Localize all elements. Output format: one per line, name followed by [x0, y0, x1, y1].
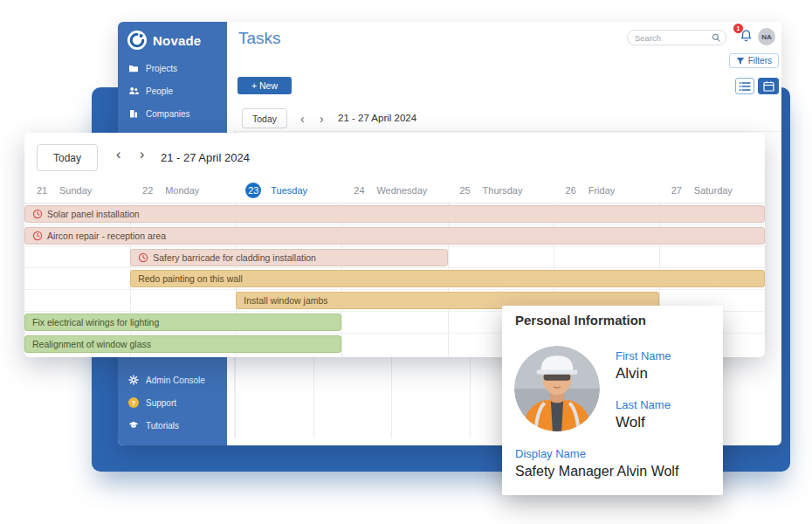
- sidebar-item-label: Companies: [146, 109, 190, 119]
- last-name-label: Last Name: [616, 398, 671, 411]
- people-icon: [128, 86, 139, 96]
- filters-label: Filters: [748, 56, 772, 66]
- search-icon: [712, 33, 721, 43]
- day-number: 27: [669, 183, 685, 198]
- search-input[interactable]: [635, 31, 712, 45]
- task-row: Solar panel installation: [24, 203, 765, 225]
- list-view-toggle[interactable]: [735, 78, 754, 94]
- novade-logo-icon: [127, 31, 147, 50]
- search-box: [627, 30, 726, 45]
- list-icon: [739, 81, 751, 92]
- page-title: Tasks: [238, 29, 281, 48]
- day-name: Sunday: [59, 185, 92, 196]
- day-name: Monday: [165, 185, 199, 196]
- sidebar-footer: Admin Console ? Support Tutorials: [118, 369, 227, 437]
- sidebar-item-companies[interactable]: Companies: [118, 102, 227, 125]
- day-name: Friday: [588, 185, 616, 196]
- brand-name: Novade: [153, 33, 201, 48]
- sidebar-item-projects[interactable]: Projects: [118, 57, 227, 79]
- new-task-button[interactable]: + New: [237, 77, 292, 94]
- task-row: Aircon repair - reception area: [24, 225, 765, 247]
- task-label: Solar panel installation: [47, 209, 140, 219]
- filter-icon: [736, 57, 745, 66]
- task-bar[interactable]: Aircon repair - reception area: [24, 227, 765, 245]
- task-bar[interactable]: Realignment of window glass: [24, 335, 341, 353]
- task-label: Redo painting on this wall: [138, 273, 243, 284]
- first-name-label: First Name: [616, 349, 671, 362]
- first-name-value: Alvin: [616, 365, 648, 383]
- day-header-saturday: 27 Saturday: [659, 178, 765, 203]
- day-header-row: 21 Sunday 22 Monday 23 Tuesday 24 Wednes…: [24, 178, 765, 203]
- day-header-thursday: 25 Thursday: [448, 178, 554, 203]
- task-bar[interactable]: Fix electrical wirings for lighting: [24, 314, 341, 331]
- day-number: 22: [140, 183, 155, 198]
- day-number: 23: [245, 183, 261, 198]
- filters-button[interactable]: Filters: [729, 53, 779, 68]
- day-header-tuesday: 23 Tuesday: [236, 178, 341, 203]
- sidebar-item-label: Tutorials: [146, 421, 179, 431]
- day-header-friday: 26 Friday: [554, 178, 659, 203]
- day-name: Wednesday: [376, 185, 427, 196]
- task-bar[interactable]: Solar panel installation: [24, 205, 765, 223]
- calendar-icon: [763, 80, 774, 92]
- task-label: Fix electrical wirings for lighting: [32, 317, 159, 328]
- sidebar-item-label: People: [146, 86, 173, 96]
- display-name-label: Display Name: [515, 447, 586, 460]
- gear-icon: [128, 375, 139, 385]
- worker-avatar-illustration: [514, 346, 600, 431]
- building-icon: [128, 108, 139, 119]
- user-avatar[interactable]: NA: [758, 28, 775, 45]
- day-number: 24: [351, 183, 367, 198]
- day-name: Saturday: [694, 185, 733, 196]
- sidebar-item-admin-console[interactable]: Admin Console: [118, 369, 227, 391]
- day-header-sunday: 21 Sunday: [24, 178, 130, 203]
- today-button[interactable]: Today: [242, 108, 287, 128]
- calendar-today-button[interactable]: Today: [37, 144, 98, 171]
- date-range: 21 - 27 April 2024: [338, 113, 416, 123]
- overdue-clock-icon: [138, 252, 148, 263]
- page: Novade Projects People: [0, 0, 812, 524]
- day-header-monday: 22 Monday: [130, 178, 236, 203]
- task-label: Aircon repair - reception area: [47, 231, 166, 241]
- prev-week-chevron[interactable]: ‹: [300, 110, 305, 128]
- last-name-value: Wolf: [616, 414, 645, 431]
- help-icon: ?: [128, 397, 139, 408]
- task-label: Realignment of window glass: [32, 339, 151, 349]
- task-label: Install window jambs: [244, 295, 327, 306]
- brand: Novade: [118, 22, 227, 57]
- day-number: 26: [563, 183, 579, 198]
- personal-information-card: Personal Information: [502, 306, 723, 495]
- sidebar-item-people[interactable]: People: [118, 79, 227, 102]
- sidebar-item-tutorials[interactable]: Tutorials: [118, 414, 227, 437]
- calendar-date-range: 21 - 27 April 2024: [161, 151, 250, 164]
- overdue-clock-icon: [32, 209, 43, 219]
- calendar-prev-chevron[interactable]: ‹: [116, 147, 120, 162]
- card-title: Personal Information: [515, 313, 646, 328]
- day-number: 21: [34, 183, 50, 198]
- overdue-clock-icon: [32, 231, 43, 241]
- notifications-button[interactable]: 1: [739, 29, 754, 44]
- profile-photo: [514, 346, 600, 431]
- display-name-value: Safety Manager Alvin Wolf: [515, 464, 678, 479]
- calendar-next-chevron[interactable]: ›: [140, 147, 144, 162]
- notification-badge: 1: [733, 24, 743, 33]
- day-header-wednesday: 24 Wednesday: [341, 178, 447, 203]
- sidebar-item-support[interactable]: ? Support: [118, 391, 227, 414]
- day-name: Tuesday: [271, 185, 307, 196]
- day-number: 25: [458, 183, 473, 198]
- task-row: Redo painting on this wall: [24, 268, 765, 290]
- sidebar-item-label: Admin Console: [146, 376, 205, 385]
- task-row: Safery barricade for cladding installati…: [24, 247, 765, 269]
- task-label: Safery barricade for cladding installati…: [153, 252, 316, 263]
- folder-icon: [128, 63, 139, 73]
- sidebar-item-label: Support: [146, 398, 176, 408]
- sidebar-item-label: Projects: [146, 64, 177, 73]
- task-bar[interactable]: Safery barricade for cladding installati…: [130, 249, 447, 266]
- day-name: Thursday: [483, 185, 523, 196]
- next-week-chevron[interactable]: ›: [320, 110, 324, 128]
- task-bar[interactable]: Redo painting on this wall: [130, 270, 765, 287]
- calendar-view-toggle[interactable]: [758, 78, 779, 94]
- graduation-cap-icon: [128, 420, 139, 431]
